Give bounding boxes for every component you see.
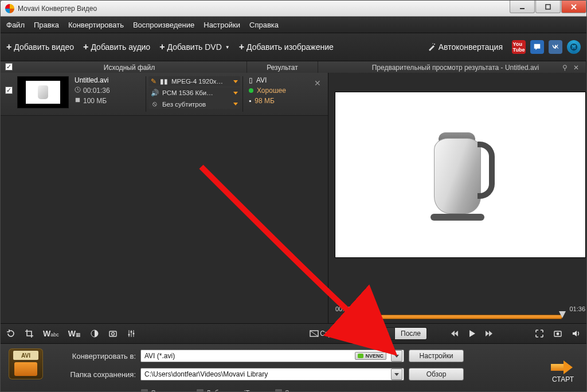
before-button[interactable]: До	[374, 327, 395, 340]
remove-file-button[interactable]: ✕	[314, 79, 323, 88]
os-titlebar: Movavi Конвертер Видео	[1, 1, 586, 17]
result-size: 98 МБ	[255, 97, 275, 105]
select-all-checkbox[interactable]: ✓	[5, 63, 13, 70]
edit-icon: ✎	[151, 77, 156, 85]
window-title: Movavi Конвертер Видео	[18, 5, 509, 13]
playhead[interactable]	[354, 310, 362, 322]
volume-button[interactable]	[572, 329, 581, 338]
hide-player-button[interactable]: Скрыть плеер	[310, 329, 365, 338]
play-button[interactable]	[467, 329, 476, 338]
upload-checkbox[interactable]: Загрузить в …	[275, 389, 331, 393]
add-image-button[interactable]: +Добавить изображение	[239, 42, 334, 52]
snapshot-tool[interactable]	[108, 329, 118, 338]
preview-pane: 00:00 01:36	[328, 73, 587, 324]
device-icon: ▯	[249, 76, 253, 84]
crop-tool[interactable]	[25, 329, 34, 338]
fullscreen-button[interactable]	[535, 329, 544, 338]
svg-point-7	[573, 44, 574, 45]
start-arrow-icon	[551, 360, 575, 374]
speaker-icon: 🔊	[151, 89, 159, 97]
svg-point-9	[571, 46, 572, 48]
disk-icon: ▪	[249, 97, 251, 105]
file-list: ✓ Untitled.avi 00:01:36 100 МБ ✎ ▮▮ MPEG…	[1, 73, 328, 324]
end-marker[interactable]	[559, 311, 566, 318]
file-name: Untitled.avi	[75, 76, 143, 84]
rotate-tool[interactable]	[6, 329, 15, 338]
svg-point-15	[112, 332, 115, 335]
quality-dot-icon	[249, 88, 253, 93]
tools-bar: Wabc W▦ Скрыть плеер До После	[1, 323, 586, 343]
header-source: ✓ Исходный файл	[1, 61, 247, 74]
format-combo[interactable]: AVI (*.avi) NVENC	[140, 350, 404, 362]
snapshot2-button[interactable]	[553, 329, 562, 338]
header-preview: Предварительный просмотр результата - Un…	[318, 61, 586, 74]
svg-point-16	[128, 334, 130, 336]
toolbar: +Добавить видео +Добавить аудио +Добавит…	[1, 33, 586, 61]
adjust-tool[interactable]	[90, 329, 99, 338]
format-dropdown-button[interactable]	[391, 350, 402, 362]
path-combo[interactable]: C:\Users\dontfear\Videos\Movavi Library	[140, 368, 404, 381]
svg-point-8	[573, 48, 574, 49]
film-icon: ▮▮	[160, 77, 168, 85]
nvenc-badge: NVENC	[355, 352, 386, 360]
timeline[interactable]: 00:00 01:36	[335, 305, 585, 324]
result-format: AVI	[256, 76, 267, 84]
file-duration: 00:01:36	[83, 87, 110, 95]
add-video-button[interactable]: +Добавить видео	[6, 42, 74, 52]
prev-button[interactable]	[450, 329, 459, 338]
preview-content	[426, 129, 495, 221]
share-icons: YouTube	[512, 40, 581, 54]
file-row[interactable]: ✓ Untitled.avi 00:01:36 100 МБ ✎ ▮▮ MPEG…	[1, 73, 328, 116]
svg-point-10	[575, 46, 576, 48]
disk-icon	[75, 97, 81, 105]
svg-rect-14	[109, 331, 116, 336]
output-panel: AVI Конвертировать в: AVI (*.avi) NVENC …	[1, 343, 586, 391]
facebook-icon[interactable]	[530, 40, 544, 54]
maximize-button[interactable]	[535, 1, 561, 13]
close-window-button[interactable]	[561, 1, 586, 13]
start-button[interactable]: СТАРТ	[551, 360, 575, 383]
equalizer-tool[interactable]	[127, 329, 136, 338]
before-after-toggle: До После	[374, 327, 427, 340]
settings-button[interactable]: Настройки	[409, 350, 464, 362]
join-checkbox[interactable]: Соединить	[140, 389, 186, 393]
header-result: Результат	[247, 61, 318, 74]
svg-point-17	[130, 331, 132, 333]
app-icon	[5, 4, 14, 13]
add-audio-button[interactable]: +Добавить аудио	[83, 42, 150, 52]
menu-help[interactable]: Справка	[249, 21, 279, 29]
pin-icon[interactable]: ⚲	[562, 64, 568, 72]
svg-point-18	[132, 333, 134, 335]
menu-edit[interactable]: Правка	[34, 21, 59, 29]
file-size: 100 МБ	[83, 97, 107, 105]
menubar: Файл Правка Конвертировать Воспроизведен…	[1, 17, 586, 33]
film-reel-icon[interactable]	[567, 40, 581, 54]
timeline-track[interactable]	[358, 315, 562, 319]
autoconvert-button[interactable]: Автоконвертация	[427, 42, 503, 52]
video-codec-chip[interactable]: ✎ ▮▮ MPEG-4 1920x…	[148, 76, 240, 87]
after-button[interactable]: После	[395, 327, 427, 340]
minimize-button[interactable]	[510, 1, 535, 13]
path-dropdown-button[interactable]	[391, 369, 402, 380]
destination-format-icon: AVI	[9, 348, 43, 379]
no-subs-icon: ⦸	[151, 100, 159, 108]
magic-wand-icon	[427, 42, 436, 52]
menu-file[interactable]: Файл	[6, 21, 25, 29]
menu-settings[interactable]: Настройки	[204, 21, 240, 29]
browse-button[interactable]: Обзор	[409, 368, 464, 381]
watermark-text-tool[interactable]: Wabc	[43, 329, 59, 338]
youtube-icon[interactable]: YouTube	[512, 40, 526, 54]
menu-playback[interactable]: Воспроизведение	[133, 21, 194, 29]
add-dvd-button[interactable]: +Добавить DVD▼	[159, 42, 230, 52]
itunes-checkbox[interactable]: Добавить в iTunes	[196, 389, 265, 393]
preview-canvas	[335, 92, 585, 257]
vk-icon[interactable]	[549, 40, 562, 54]
audio-codec-chip[interactable]: 🔊 PCM 1536 Кби…	[148, 88, 240, 98]
subtitles-chip[interactable]: ⦸ Без субтитров	[148, 99, 240, 109]
watermark-image-tool[interactable]: W▦	[68, 329, 81, 338]
close-preview-icon[interactable]: ✕	[573, 64, 579, 72]
menu-convert[interactable]: Конвертировать	[68, 21, 124, 29]
next-button[interactable]	[484, 329, 494, 338]
file-row-checkbox[interactable]: ✓	[5, 87, 13, 94]
svg-rect-12	[76, 98, 80, 102]
